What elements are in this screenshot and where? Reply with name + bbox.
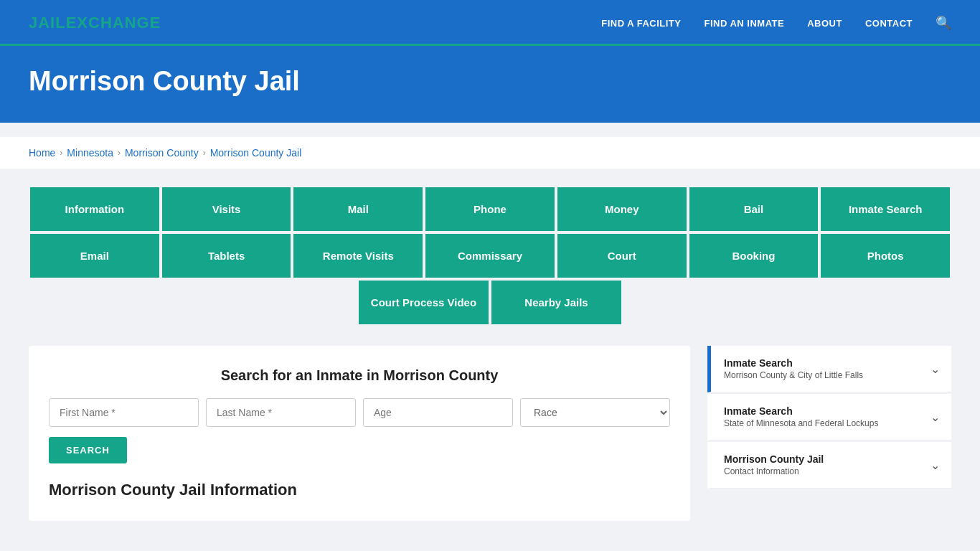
email-btn[interactable]: Email [29, 232, 161, 279]
court-process-video-btn[interactable]: Court Process Video [357, 279, 490, 326]
nav-contact[interactable]: CONTACT [865, 18, 913, 29]
content-layout: Search for an Inmate in Morrison County … [29, 346, 951, 521]
logo[interactable]: JAILEXCHANGE [29, 14, 161, 32]
sidebar-item-title-1: Inmate Search [724, 357, 863, 369]
right-panel: Inmate Search Morrison County & City of … [707, 346, 951, 490]
section-heading: Morrison County Jail Information [49, 481, 670, 499]
btn-row-3: Court Process Video Nearby Jails [29, 279, 951, 326]
nav-find-inmate[interactable]: FIND AN INMATE [704, 18, 784, 29]
inmate-search-btn[interactable]: Inmate Search [819, 186, 951, 232]
age-input[interactable] [363, 398, 513, 427]
booking-btn[interactable]: Booking [688, 232, 820, 279]
logo-jail: JAIL [29, 14, 66, 32]
sidebar-item-contact-info[interactable]: Morrison County Jail Contact Information… [707, 442, 951, 489]
logo-exchange: EXCHANGE [66, 14, 161, 32]
sidebar-item-inmate-search-1[interactable]: Inmate Search Morrison County & City of … [707, 346, 951, 392]
phone-btn[interactable]: Phone [424, 186, 556, 232]
chevron-down-icon-3: ⌄ [930, 458, 940, 472]
tablets-btn[interactable]: Tablets [161, 232, 293, 279]
commissary-btn[interactable]: Commissary [424, 232, 556, 279]
left-panel: Search for an Inmate in Morrison County … [29, 346, 690, 521]
sidebar-item-subtitle-2: State of Minnesota and Federal Lockups [724, 418, 878, 428]
sidebar-item-subtitle-3: Contact Information [724, 466, 824, 476]
page-title: Morrison County Jail [29, 66, 951, 97]
sep-2: › [118, 148, 121, 158]
bail-btn[interactable]: Bail [688, 186, 820, 232]
remote-visits-btn[interactable]: Remote Visits [292, 232, 424, 279]
main-nav: FIND A FACILITY FIND AN INMATE ABOUT CON… [601, 15, 951, 31]
sidebar-item-text-3: Morrison County Jail Contact Information [724, 453, 824, 476]
search-title: Search for an Inmate in Morrison County [49, 367, 670, 384]
sidebar-item-title-2: Inmate Search [724, 405, 878, 417]
breadcrumb-morrison-county[interactable]: Morrison County [125, 147, 199, 159]
photos-btn[interactable]: Photos [819, 232, 951, 279]
chevron-down-icon-2: ⌄ [930, 410, 940, 424]
mail-btn[interactable]: Mail [292, 186, 424, 232]
sep-3: › [203, 148, 206, 158]
visits-btn[interactable]: Visits [161, 186, 293, 232]
btn-row-2: Email Tablets Remote Visits Commissary C… [29, 232, 951, 279]
money-btn[interactable]: Money [556, 186, 688, 232]
main-wrapper: Home › Minnesota › Morrison County › Mor… [0, 123, 980, 550]
breadcrumb-home[interactable]: Home [29, 147, 55, 159]
chevron-down-icon-1: ⌄ [930, 362, 940, 376]
breadcrumb-morrison-county-jail[interactable]: Morrison County Jail [210, 147, 302, 159]
race-select[interactable]: Race White Black Hispanic Asian Other [520, 398, 670, 427]
btn-row-1: Information Visits Mail Phone Money Bail… [29, 186, 951, 232]
category-buttons: Information Visits Mail Phone Money Bail… [29, 186, 951, 326]
breadcrumb: Home › Minnesota › Morrison County › Mor… [0, 137, 980, 169]
nearby-jails-btn[interactable]: Nearby Jails [490, 279, 623, 326]
nav-find-facility[interactable]: FIND A FACILITY [601, 18, 681, 29]
sidebar-item-inmate-search-2[interactable]: Inmate Search State of Minnesota and Fed… [707, 394, 951, 441]
sidebar-item-subtitle-1: Morrison County & City of Little Falls [724, 370, 863, 380]
search-button[interactable]: SEARCH [49, 437, 127, 463]
search-icon[interactable]: 🔍 [936, 15, 951, 31]
last-name-input[interactable] [206, 398, 356, 427]
hero-banner: Morrison County Jail [0, 46, 980, 123]
first-name-input[interactable] [49, 398, 199, 427]
breadcrumb-minnesota[interactable]: Minnesota [67, 147, 113, 159]
info-btn[interactable]: Information [29, 186, 161, 232]
sidebar-item-title-3: Morrison County Jail [724, 453, 824, 465]
search-fields: Race White Black Hispanic Asian Other [49, 398, 670, 427]
court-btn[interactable]: Court [556, 232, 688, 279]
header: JAILEXCHANGE FIND A FACILITY FIND AN INM… [0, 0, 980, 46]
sep-1: › [60, 148, 62, 158]
nav-about[interactable]: ABOUT [807, 18, 842, 29]
sidebar-item-text-2: Inmate Search State of Minnesota and Fed… [724, 405, 878, 428]
sidebar-item-text-1: Inmate Search Morrison County & City of … [724, 357, 863, 380]
